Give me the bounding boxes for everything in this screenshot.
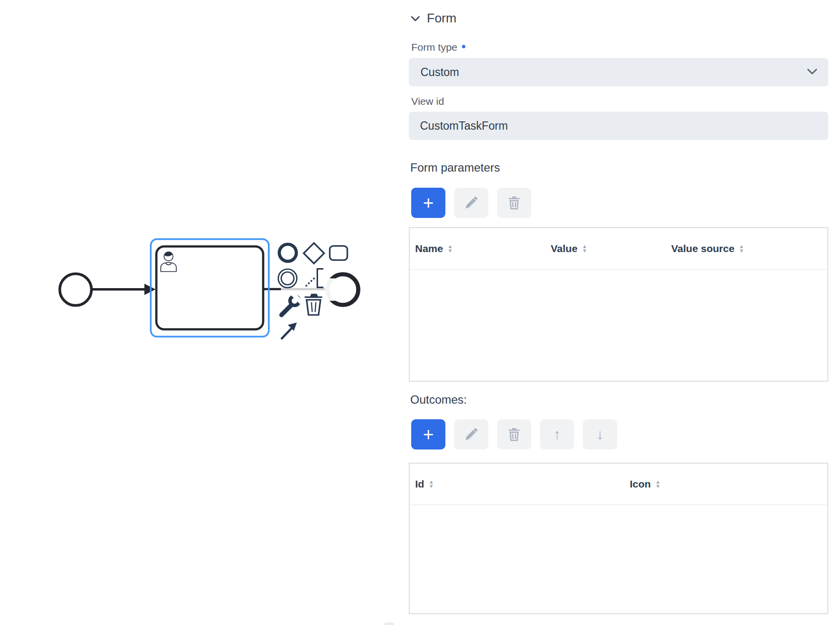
collapsed-section-handle	[384, 623, 394, 625]
form-section-title: Form	[427, 11, 457, 26]
pad-task-icon[interactable]	[330, 246, 347, 260]
move-down-button[interactable]: ↓	[583, 419, 617, 449]
move-up-button[interactable]: ↑	[540, 419, 574, 449]
column-header-icon[interactable]: Icon ▲ ▼	[624, 464, 827, 505]
bpmn-canvas[interactable]	[0, 0, 380, 371]
form-parameters-table-header: Name ▲ ▼ Value ▲ ▼ Value source	[410, 228, 827, 270]
arrow-up-icon: ↑	[554, 426, 561, 443]
pencil-icon	[463, 427, 479, 442]
pencil-icon	[463, 195, 479, 211]
sort-icon: ▲ ▼	[739, 244, 744, 254]
required-dot-icon	[462, 45, 465, 48]
trash-icon	[507, 195, 521, 211]
sort-icon: ▲ ▼	[429, 480, 434, 489]
add-outcome-button[interactable]: +	[411, 419, 445, 449]
form-type-value: Custom	[420, 66, 459, 79]
form-parameters-title: Form parameters	[410, 161, 500, 175]
outcomes-table: Id ▲ ▼ Icon ▲ ▼	[409, 463, 828, 614]
sort-icon: ▲ ▼	[447, 244, 453, 254]
column-header-value[interactable]: Value ▲ ▼	[545, 228, 666, 269]
properties-panel: Form Form type Custom View id Form param…	[409, 0, 828, 625]
form-parameters-table: Name ▲ ▼ Value ▲ ▼ Value source	[409, 227, 828, 382]
trash-icon	[507, 427, 521, 442]
outcomes-title: Outcomes:	[410, 393, 467, 407]
pad-connect-arrow-icon[interactable]	[281, 323, 297, 339]
delete-parameter-button[interactable]	[497, 188, 531, 218]
pad-gateway-icon[interactable]	[304, 243, 324, 264]
outcomes-toolbar: + ↑	[411, 419, 617, 449]
column-header-id[interactable]: Id ▲ ▼	[410, 464, 624, 505]
chevron-down-icon	[411, 16, 420, 21]
view-id-label: View id	[411, 96, 444, 107]
sort-icon: ▲ ▼	[582, 244, 587, 254]
bpmn-modeler-window: Form Form type Custom View id Form param…	[0, 0, 840, 625]
view-id-input[interactable]	[409, 112, 828, 140]
add-parameter-button[interactable]: +	[411, 188, 445, 218]
start-event[interactable]	[60, 274, 92, 306]
chevron-down-icon	[807, 68, 818, 75]
plus-icon: +	[423, 194, 434, 212]
context-pad-backdrop	[325, 278, 343, 301]
form-type-label: Form type	[411, 41, 465, 53]
form-parameters-toolbar: +	[411, 188, 531, 218]
plus-icon: +	[423, 425, 434, 444]
delete-outcome-button[interactable]	[497, 419, 531, 449]
arrow-down-icon: ↓	[597, 426, 604, 443]
edit-parameter-button[interactable]	[454, 188, 488, 218]
pad-end-event-icon[interactable]	[280, 244, 297, 261]
sort-icon: ▲ ▼	[655, 480, 660, 489]
column-header-value-source[interactable]: Value source ▲ ▼	[666, 228, 827, 269]
form-type-select[interactable]: Custom	[409, 58, 828, 86]
column-header-name[interactable]: Name ▲ ▼	[410, 228, 545, 269]
outcomes-table-header: Id ▲ ▼ Icon ▲ ▼	[410, 464, 827, 505]
edit-outcome-button[interactable]	[454, 419, 488, 449]
form-section-header[interactable]: Form	[411, 11, 457, 26]
sequence-flow-start-to-task[interactable]	[92, 284, 156, 295]
